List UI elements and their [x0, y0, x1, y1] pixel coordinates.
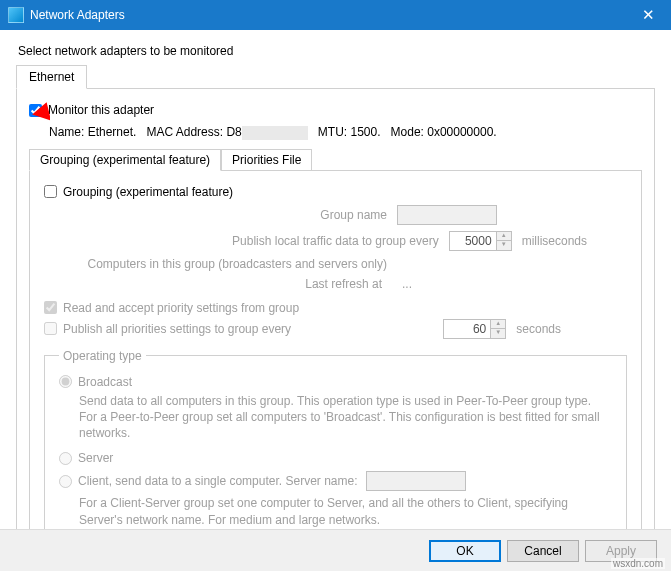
- computers-note: Computers in this group (broadcasters an…: [44, 257, 397, 271]
- spinner-down-icon[interactable]: ▼: [497, 241, 511, 250]
- seconds-label: seconds: [516, 322, 561, 336]
- client-label: Client, send data to a single computer. …: [78, 474, 358, 488]
- publish-interval-label: Publish local traffic data to group ever…: [44, 234, 449, 248]
- titlebar[interactable]: Network Adapters ✕: [0, 0, 671, 30]
- server-label: Server: [78, 451, 113, 465]
- group-name-input[interactable]: [397, 205, 497, 225]
- spinner-up-icon[interactable]: ▲: [497, 232, 511, 241]
- watermark: wsxdn.com: [611, 558, 665, 569]
- spinner-up-icon[interactable]: ▲: [491, 320, 505, 329]
- grouping-checkbox[interactable]: [44, 185, 57, 198]
- monitor-adapter-row: Monitor this adapter: [29, 103, 642, 117]
- monitor-adapter-label: Monitor this adapter: [48, 103, 154, 117]
- publish-interval-input[interactable]: [449, 231, 497, 251]
- client-radio[interactable]: [59, 475, 72, 488]
- grouping-label: Grouping (experimental feature): [63, 185, 233, 199]
- read-accept-checkbox[interactable]: [44, 301, 57, 314]
- obscured-mac: [242, 126, 308, 140]
- tab-priorities-file[interactable]: Priorities File: [221, 149, 312, 171]
- broadcast-label: Broadcast: [78, 375, 132, 389]
- broadcast-desc: Send data to all computers in this group…: [79, 393, 612, 442]
- close-icon[interactable]: ✕: [626, 0, 671, 30]
- publish-all-spinner[interactable]: ▲ ▼: [443, 319, 506, 339]
- tab-grouping[interactable]: Grouping (experimental feature): [29, 149, 221, 171]
- monitor-adapter-checkbox[interactable]: [29, 104, 42, 117]
- window-title: Network Adapters: [30, 8, 626, 22]
- milliseconds-label: milliseconds: [522, 234, 587, 248]
- app-icon: [8, 7, 24, 23]
- spinner-down-icon[interactable]: ▼: [491, 329, 505, 338]
- server-radio[interactable]: [59, 452, 72, 465]
- publish-all-checkbox[interactable]: [44, 322, 57, 335]
- read-accept-label: Read and accept priority settings from g…: [63, 301, 299, 315]
- instruction-text: Select network adapters to be monitored: [18, 44, 655, 58]
- publish-all-label: Publish all priorities settings to group…: [63, 322, 443, 336]
- ok-button[interactable]: OK: [429, 540, 501, 562]
- operating-type-group: Operating type Broadcast Send data to al…: [44, 349, 627, 553]
- last-refresh-label: Last refresh at: [44, 277, 392, 291]
- cancel-button[interactable]: Cancel: [507, 540, 579, 562]
- group-name-label: Group name: [44, 208, 397, 222]
- server-name-input[interactable]: [366, 471, 466, 491]
- client-desc: For a Client-Server group set one comput…: [79, 495, 612, 527]
- button-bar: OK Cancel Apply: [0, 529, 671, 571]
- operating-type-legend: Operating type: [59, 349, 146, 363]
- tab-ethernet[interactable]: Ethernet: [16, 65, 87, 89]
- publish-all-input[interactable]: [443, 319, 491, 339]
- adapter-info-line: Name: Ethernet. MAC Address: D8 MTU: 150…: [49, 125, 642, 140]
- last-refresh-value: ...: [402, 277, 412, 291]
- broadcast-radio[interactable]: [59, 375, 72, 388]
- publish-interval-spinner[interactable]: ▲ ▼: [449, 231, 512, 251]
